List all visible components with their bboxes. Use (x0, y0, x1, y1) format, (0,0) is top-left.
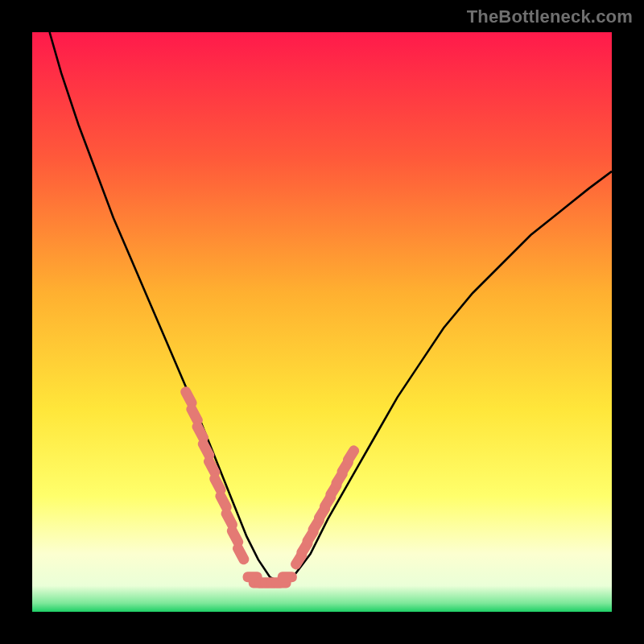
highlight-markers-right (289, 444, 361, 572)
watermark-text: TheBottleneck.com (467, 6, 633, 27)
svg-rect-17 (278, 572, 297, 582)
highlight-markers-left (179, 385, 250, 566)
svg-rect-10 (231, 542, 251, 567)
chart-frame: { "watermark_text": "TheBottleneck.com",… (0, 0, 644, 644)
curve-layer (32, 32, 612, 612)
plot-area (32, 32, 612, 612)
highlight-markers-bottom (243, 572, 297, 588)
